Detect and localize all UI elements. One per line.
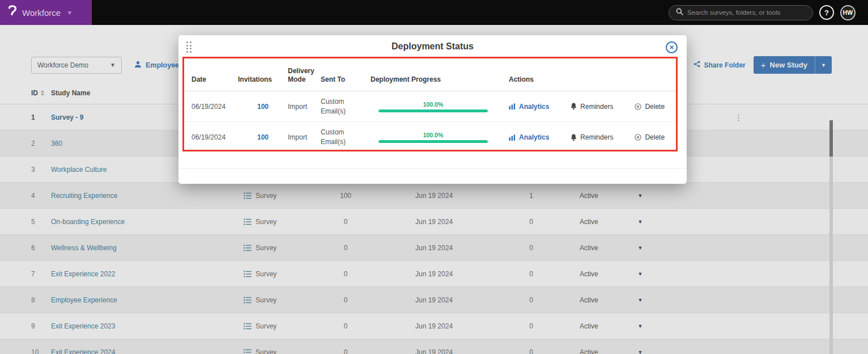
deployment-date: 06/19/2024	[192, 133, 238, 141]
sent-to: Custom Email(s)	[321, 97, 371, 116]
reminders-button[interactable]: Reminders	[571, 133, 613, 141]
progress-percent: 100.0%	[378, 132, 488, 138]
col-date: Date	[192, 75, 238, 85]
analytics-button[interactable]: Analytics	[509, 103, 549, 111]
bar-chart-icon	[509, 134, 516, 141]
delete-icon	[635, 103, 641, 110]
deployment-row: 06/19/2024100ImportCustom Email(s)100.0%…	[184, 91, 676, 122]
workspace-name: Workforce	[22, 8, 61, 18]
modal-title: Deployment Status	[178, 41, 687, 52]
delivery-mode: Import	[280, 103, 321, 111]
bell-icon	[571, 103, 577, 110]
help-button[interactable]: ?	[819, 5, 834, 20]
progress-percent: 100.0%	[378, 101, 488, 108]
workspace-switcher[interactable]: Workforce ▼	[0, 0, 92, 25]
col-sent-to: Sent To	[321, 75, 371, 85]
global-search[interactable]	[669, 5, 813, 20]
bell-icon	[571, 134, 577, 141]
highlight-annotation: Date Invitations Delivery Mode Sent To D…	[182, 57, 678, 151]
delete-button[interactable]: Delete	[635, 133, 665, 141]
modal-divider	[178, 168, 687, 168]
analytics-button[interactable]: Analytics	[509, 133, 549, 141]
invitations-link[interactable]: 100	[257, 103, 269, 111]
search-icon	[676, 7, 683, 18]
chevron-down-icon: ▼	[67, 10, 73, 16]
deployment-row: 06/19/2024100ImportCustom Email(s)100.0%…	[184, 122, 676, 151]
delete-icon	[635, 134, 641, 141]
close-button[interactable]: ✕	[666, 41, 678, 53]
deployment-status-modal: Deployment Status ✕ Date Invitations Del…	[178, 35, 687, 184]
col-delivery-mode: Delivery Mode	[280, 67, 321, 85]
col-actions: Actions	[507, 75, 676, 85]
col-deployment-progress: Deployment Progress	[371, 75, 507, 85]
deployment-progress-bar: 100.0%	[378, 132, 488, 143]
invitations-link[interactable]: 100	[257, 133, 269, 141]
deployment-date: 06/19/2024	[192, 103, 238, 111]
col-invitations: Invitations	[238, 75, 280, 85]
close-icon: ✕	[669, 45, 674, 50]
delivery-mode: Import	[280, 133, 321, 141]
deployment-table-body: 06/19/2024100ImportCustom Email(s)100.0%…	[184, 91, 676, 151]
top-navigation-bar: Workforce ▼ ? HW	[0, 0, 868, 25]
search-input[interactable]	[687, 9, 806, 16]
avatar[interactable]: HW	[840, 5, 856, 20]
bar-chart-icon	[509, 103, 516, 109]
sent-to: Custom Email(s)	[321, 128, 371, 147]
deployment-table-header: Date Invitations Delivery Mode Sent To D…	[184, 58, 676, 91]
delete-button[interactable]: Delete	[635, 103, 665, 111]
reminders-button[interactable]: Reminders	[571, 103, 613, 111]
brand-logo	[8, 4, 17, 21]
deployment-progress-bar: 100.0%	[378, 101, 488, 112]
application-window: Workforce ▼ ? HW Workforce Demo ▼	[0, 0, 868, 354]
